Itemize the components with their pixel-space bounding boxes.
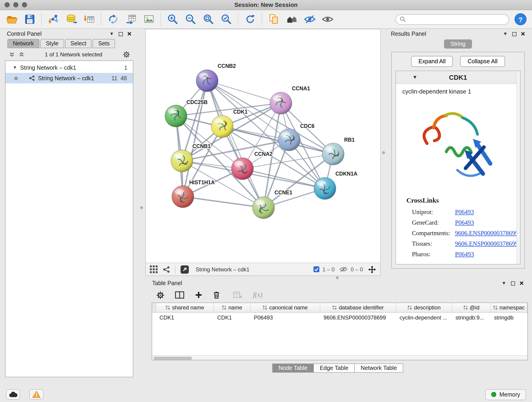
- splitter-handle[interactable]: [140, 206, 143, 209]
- import-table-button[interactable]: [83, 13, 95, 26]
- tab-node-table[interactable]: Node Table: [272, 364, 314, 373]
- float-panel-icon[interactable]: [511, 281, 515, 285]
- network-row[interactable]: String Network – cdk1 11 48: [6, 73, 133, 83]
- network-node-CDK1[interactable]: CDK1: [211, 109, 248, 138]
- column-header-database-identifier[interactable]: database identifier: [320, 303, 396, 312]
- node-label: CCNA2: [254, 151, 272, 157]
- home-view-button[interactable]: [285, 13, 298, 26]
- birdseye-grid-icon[interactable]: [150, 265, 158, 273]
- column-header-description[interactable]: description: [396, 303, 452, 312]
- network-node-CDKN1A[interactable]: CDKN1A: [314, 171, 357, 199]
- results-tab-row: String: [387, 38, 529, 52]
- close-panel-icon[interactable]: ×: [521, 31, 525, 37]
- chevron-down-icon[interactable]: ▼: [109, 32, 114, 36]
- chevron-down-icon[interactable]: ▼: [502, 281, 506, 286]
- results-scrollbar[interactable]: [516, 71, 520, 264]
- crosslink-link[interactable]: 9606.ENSP00000378699: [455, 230, 518, 237]
- tab-sets[interactable]: Sets: [93, 39, 115, 48]
- tab-network[interactable]: Network: [7, 39, 39, 48]
- add-column-plus-icon[interactable]: [195, 291, 203, 299]
- crosslink-link[interactable]: P06493: [455, 251, 474, 258]
- tab-style[interactable]: Style: [40, 39, 64, 48]
- tab-edge-table[interactable]: Edge Table: [313, 364, 355, 373]
- network-collection-row[interactable]: ▼ String Network – cdk1 1: [6, 62, 133, 73]
- gear-icon[interactable]: [156, 291, 165, 299]
- column-header-name[interactable]: name: [214, 303, 251, 312]
- save-session-button[interactable]: [23, 13, 36, 26]
- refresh-layout-button[interactable]: [244, 13, 256, 26]
- protein-card-header[interactable]: ▼ CDK1: [396, 71, 520, 84]
- gear-icon[interactable]: [123, 51, 130, 58]
- network-edge[interactable]: [183, 197, 264, 208]
- close-panel-icon[interactable]: ×: [127, 31, 132, 37]
- network-node-CCNA1[interactable]: CCNA1: [270, 85, 310, 114]
- share-icon[interactable]: [163, 266, 170, 273]
- graphics-details-button[interactable]: [303, 13, 316, 26]
- column-header-canonical-name[interactable]: canonical name: [251, 303, 320, 312]
- open-in-new-icon[interactable]: [181, 265, 189, 274]
- session-snapshot-button[interactable]: [268, 13, 280, 26]
- network-edge[interactable]: [207, 81, 281, 103]
- import-table-icon: [83, 13, 95, 25]
- splitter-handle[interactable]: [382, 151, 385, 154]
- tab-string[interactable]: String: [444, 39, 472, 49]
- import-network-button[interactable]: [47, 13, 60, 26]
- table-row[interactable]: CDK1 CDK1 P06493 9606.ENSP00000378699 cy…: [152, 313, 527, 322]
- crosslink-link[interactable]: P06493: [455, 219, 474, 226]
- hidden-eye-slash-icon[interactable]: [340, 266, 348, 272]
- network-node-RB1[interactable]: RB1: [322, 137, 355, 165]
- database-icon: [65, 13, 77, 25]
- export-table-button[interactable]: [125, 13, 137, 26]
- delete-trash-icon[interactable]: [213, 291, 220, 299]
- search-icon: [399, 16, 406, 22]
- column-header-id[interactable]: @id: [452, 303, 491, 312]
- tab-select[interactable]: Select: [65, 39, 92, 48]
- export-network-button[interactable]: [107, 13, 119, 26]
- zoom-window-button[interactable]: [22, 2, 27, 7]
- zoom-selected-button[interactable]: [220, 13, 232, 26]
- function-builder-button[interactable]: f(x): [253, 291, 263, 299]
- traffic-lights: [5, 0, 27, 10]
- tab-network-table[interactable]: Network Table: [354, 364, 403, 373]
- selected-checkbox-icon[interactable]: [313, 266, 319, 272]
- disclosure-triangle-icon[interactable]: ▼: [13, 65, 17, 70]
- chevron-down-icon[interactable]: ▼: [503, 32, 508, 36]
- zoom-out-button[interactable]: [184, 13, 196, 26]
- column-header-shared-name[interactable]: shared name: [156, 303, 214, 312]
- collapse-all-button[interactable]: Collapse All: [460, 56, 505, 67]
- disclosure-triangle-icon[interactable]: ▼: [412, 75, 418, 80]
- show-hide-button[interactable]: [321, 13, 334, 26]
- float-panel-icon[interactable]: [119, 32, 123, 36]
- crosslink-link[interactable]: 9606.ENSP00000378699: [455, 240, 518, 248]
- close-window-button[interactable]: [5, 2, 10, 7]
- float-panel-icon[interactable]: [512, 32, 516, 36]
- open-session-button[interactable]: [6, 13, 18, 26]
- minimize-window-button[interactable]: [13, 2, 18, 7]
- current-network-title: String Network – cdk1: [196, 266, 249, 273]
- network-node-CCNA2[interactable]: CCNA2: [231, 151, 272, 180]
- scrollbar-thumb[interactable]: [153, 356, 192, 360]
- horizontal-scrollbar[interactable]: [152, 355, 527, 360]
- columns-icon[interactable]: [175, 291, 184, 299]
- warnings-button[interactable]: [29, 389, 44, 400]
- crosslink-link[interactable]: P06493: [455, 209, 474, 216]
- help-button[interactable]: ?: [515, 13, 526, 25]
- search-input[interactable]: [408, 16, 505, 22]
- move-crosshair-icon[interactable]: [368, 265, 376, 274]
- export-image-button[interactable]: [143, 13, 155, 26]
- network-node-HIST1H1A[interactable]: HIST1H1A: [172, 179, 215, 208]
- network-canvas[interactable]: CCNB2CCNA1CDC25BCDK1CDC6RB1CCNB1CCNA2CDK…: [146, 29, 380, 263]
- cloud-status-button[interactable]: [6, 389, 20, 400]
- import-network-database-button[interactable]: [65, 13, 77, 26]
- network-edge[interactable]: [207, 81, 264, 208]
- expand-all-icon[interactable]: [19, 52, 24, 57]
- expand-all-button[interactable]: Expand All: [411, 56, 453, 67]
- memory-button[interactable]: Memory: [485, 389, 526, 400]
- network-node-CCNE1[interactable]: CCNE1: [253, 190, 292, 219]
- close-panel-icon[interactable]: ×: [519, 281, 524, 286]
- collapse-all-icon[interactable]: [9, 52, 15, 57]
- table-panel-header: Table Panel ▼ ×: [148, 278, 528, 287]
- zoom-fit-button[interactable]: [202, 13, 215, 26]
- column-header-namespace[interactable]: namespac: [491, 303, 527, 312]
- zoom-in-button[interactable]: [166, 13, 179, 26]
